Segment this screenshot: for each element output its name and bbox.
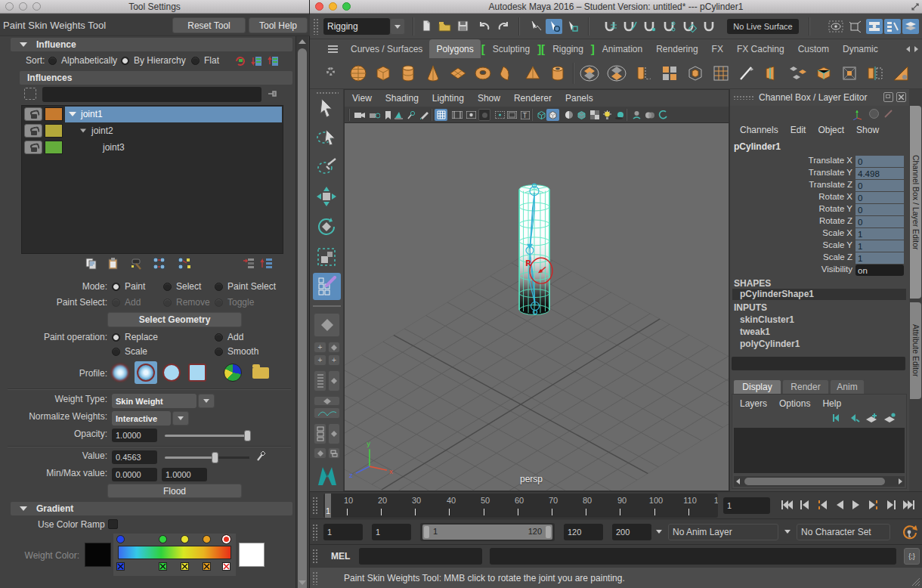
toggle-modeling-toolkit-icon[interactable] (866, 19, 883, 34)
ramp-stop-handle-selected[interactable] (221, 534, 231, 544)
menu-set-dropdown[interactable]: Rigging (323, 18, 390, 35)
poly-prism-icon[interactable] (497, 63, 518, 84)
weight-color-max-swatch[interactable] (239, 543, 265, 567)
resize-window-icon[interactable] (911, 2, 920, 11)
attr-label[interactable]: Rotate Z (819, 216, 852, 225)
bevel-icon[interactable] (813, 63, 834, 84)
stacked-pane-layout-button[interactable] (328, 447, 340, 459)
ramp-stop-handle[interactable] (203, 535, 211, 543)
shelf-options-gear-icon[interactable] (326, 67, 335, 76)
hscrollbar-thumb[interactable] (744, 478, 885, 485)
persp-graph-layout-button[interactable] (314, 407, 340, 419)
toolbar-grip[interactable] (313, 18, 318, 35)
smooth-shade-icon[interactable] (546, 109, 559, 121)
input-node[interactable]: skinCluster1 (740, 314, 794, 325)
three-pane-layout-button[interactable]: + (314, 354, 326, 366)
safe-action-icon[interactable] (506, 109, 518, 121)
paint-select-toggle-radio[interactable]: Toggle (215, 297, 254, 308)
range-start-handle[interactable] (424, 526, 429, 538)
paint-skin-weights-tool-icon[interactable] (313, 273, 341, 300)
paint-op-replace-radio[interactable]: Replace (112, 332, 158, 342)
add-layer-icon[interactable] (865, 413, 879, 426)
small-diamond-layout-button[interactable] (314, 447, 326, 459)
influence-color-swatch[interactable] (45, 124, 63, 138)
influence-color-swatch[interactable] (45, 141, 63, 154)
four-pane-layout-button[interactable]: + (314, 342, 326, 353)
shelf-tab-rigging[interactable]: Rigging (546, 39, 590, 58)
go-to-end-button[interactable] (900, 498, 917, 512)
attr-label[interactable]: Translate Y (809, 168, 852, 177)
weight-list-sort-icon[interactable] (260, 257, 274, 273)
single-pane-layout-button[interactable] (314, 313, 340, 337)
xray-joints-icon[interactable] (630, 109, 643, 121)
reduce-icon[interactable] (685, 63, 706, 84)
weight-type-dropdown[interactable]: Skin Weight (112, 394, 196, 408)
film-gate-icon[interactable] (450, 109, 463, 121)
attr-label[interactable]: Rotate Y (818, 204, 852, 213)
save-scene-icon[interactable] (456, 20, 469, 32)
transform-gizmo-icon[interactable] (846, 19, 865, 34)
viewport-menu-shading[interactable]: Shading (385, 93, 419, 104)
poly-cylinder-icon[interactable] (398, 63, 419, 84)
fill-hole-icon[interactable] (659, 63, 680, 84)
move-tool-icon[interactable] (316, 186, 337, 209)
layer-options-menu[interactable]: Options (779, 398, 810, 409)
poly-plane-icon[interactable] (447, 63, 469, 84)
exposure-icon[interactable] (656, 109, 669, 121)
outliner-persp-layout-button[interactable] (314, 370, 326, 391)
mode-paint-select-radio[interactable]: Paint Select (215, 281, 276, 292)
attr-label[interactable]: Scale Y (823, 240, 852, 249)
ramp-delete-stop-icon[interactable] (159, 562, 167, 571)
scrollbar-thumb[interactable] (298, 48, 307, 588)
eyedropper-icon[interactable] (255, 449, 268, 465)
textured-mode-icon[interactable] (588, 109, 601, 121)
brush-medium-icon[interactable] (135, 361, 157, 384)
attr-value-field[interactable]: 0 (855, 204, 904, 215)
maya-titlebar[interactable]: Autodesk Maya 2016 – Student Version: un… (310, 0, 922, 14)
step-forward-frame-button[interactable] (865, 498, 882, 512)
toggle-tool-settings-icon[interactable] (884, 19, 901, 34)
multi-cut-icon[interactable] (736, 63, 757, 84)
lasso-tool-icon[interactable] (316, 127, 337, 150)
opacity-slider-knob[interactable] (244, 430, 251, 441)
resolution-gate-icon[interactable] (465, 109, 478, 121)
pick-influence-icon[interactable] (24, 88, 36, 100)
paint-op-smooth-radio[interactable]: Smooth (215, 346, 258, 357)
wireframe-on-shaded-icon[interactable] (575, 109, 588, 121)
brush-soft-icon[interactable] (109, 361, 131, 384)
paint-op-scale-radio[interactable]: Scale (112, 346, 147, 357)
step-back-frame-button[interactable] (813, 498, 830, 512)
attr-value-field[interactable]: 4.498 (855, 168, 904, 179)
paint-select-tool-icon[interactable] (316, 156, 337, 179)
shelf-tab-fx[interactable]: FX (705, 39, 730, 58)
influence-section-header[interactable]: Influence (11, 38, 292, 51)
normalize-weights-dropdown[interactable]: Interactive (112, 411, 171, 426)
bridge-icon[interactable] (839, 63, 860, 84)
playback-start-field[interactable]: 1 (372, 524, 411, 540)
attr-value-field[interactable]: 0 (855, 156, 904, 167)
range-slider-bar[interactable]: 1 120 (422, 525, 552, 540)
input-node[interactable]: tweak1 (740, 326, 770, 337)
weight-list-left-icon[interactable] (242, 257, 255, 273)
viewport-menu-view[interactable]: View (352, 93, 372, 104)
attr-value-field[interactable]: 0 (855, 192, 904, 203)
shelf-scroll-right-icon[interactable] (914, 46, 918, 52)
persp-top-layout-button[interactable] (314, 396, 340, 406)
xray-icon[interactable] (643, 109, 656, 121)
normalize-dropdown-arrow[interactable] (172, 411, 189, 426)
hypershade-persp-layout-button[interactable] (314, 423, 326, 444)
time-slider[interactable]: 10 20 30 40 50 60 70 80 90 100 110 120 1 (323, 494, 718, 518)
influence-row-joint2[interactable]: joint2 (22, 123, 283, 139)
channel-menu-show[interactable]: Show (856, 125, 879, 138)
command-language-switch[interactable]: MEL (331, 551, 350, 562)
step-back-key-button[interactable] (796, 498, 812, 512)
paste-weights-icon[interactable] (107, 257, 120, 273)
scale-tool-icon[interactable] (316, 246, 337, 270)
two-d-pan-zoom-icon[interactable] (405, 109, 418, 121)
mode-paint-radio[interactable]: Paint (112, 281, 145, 292)
image-plane-icon[interactable] (392, 109, 405, 121)
flood-button[interactable]: Flood (107, 484, 242, 498)
ramp-delete-stop-icon[interactable] (203, 562, 211, 571)
paint-op-add-radio[interactable]: Add (215, 332, 243, 342)
open-scene-icon[interactable] (438, 20, 451, 32)
